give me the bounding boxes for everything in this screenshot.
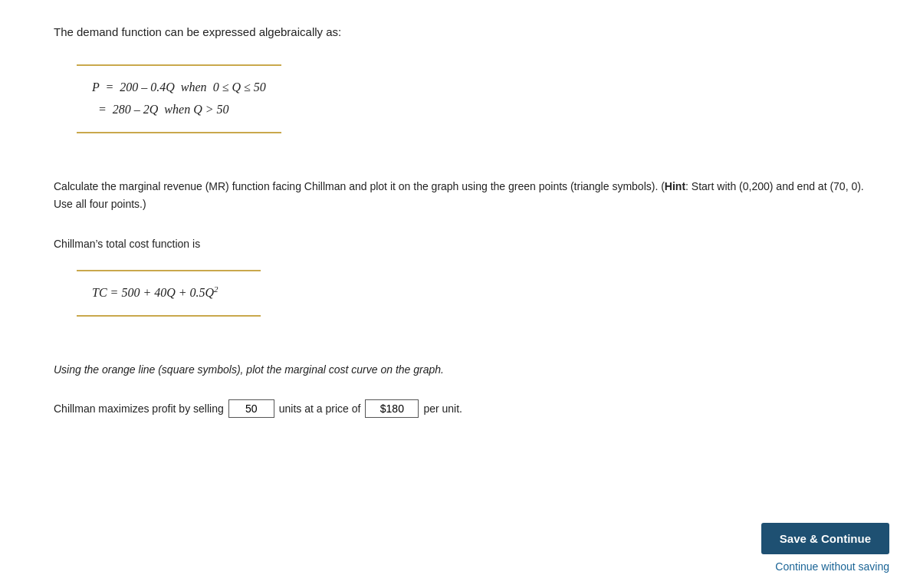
demand-formula-box: P = 200 – 0.4Q when 0 ≤ Q ≤ 50 = 280 – 2… xyxy=(77,64,281,133)
save-continue-button[interactable]: Save & Continue xyxy=(761,523,889,554)
profit-prefix: Chillman maximizes profit by selling xyxy=(54,400,224,417)
demand-formula-line1-text: P = 200 – 0.4Q when 0 ≤ Q ≤ 50 xyxy=(92,80,266,94)
demand-formula-line1: P = 200 – 0.4Q when 0 ≤ Q ≤ 50 xyxy=(92,77,266,99)
continue-without-saving-button[interactable]: Continue without saving xyxy=(775,560,889,573)
intro-text: The demand function can be expressed alg… xyxy=(54,23,866,41)
mc-instruction: Using the orange line (square symbols), … xyxy=(54,361,866,378)
tc-label: Chillman’s total cost function is xyxy=(54,235,866,252)
price-input[interactable] xyxy=(365,399,419,418)
tc-formula-text: TC = 500 + 40Q + 0.5Q2 xyxy=(92,286,219,299)
hint-label: Hint xyxy=(665,180,685,192)
mr-instruction-text: Calculate the marginal revenue (MR) func… xyxy=(54,180,864,211)
tc-formula-line: TC = 500 + 40Q + 0.5Q2 xyxy=(92,282,245,304)
page-container: The demand function can be expressed alg… xyxy=(38,0,882,588)
demand-formula-line2-text: = 280 – 2Q when Q > 50 xyxy=(92,103,228,116)
bottom-actions: Save & Continue Continue without saving xyxy=(0,511,920,588)
demand-formula-line2: = 280 – 2Q when Q > 50 xyxy=(92,99,266,121)
profit-suffix: per unit. xyxy=(423,400,462,417)
profit-row: Chillman maximizes profit by selling uni… xyxy=(54,399,866,418)
mr-instruction: Calculate the marginal revenue (MR) func… xyxy=(54,178,866,215)
profit-middle: units at a price of xyxy=(279,400,361,417)
mc-instruction-text: Using the orange line (square symbols), … xyxy=(54,363,444,376)
tc-formula-box: TC = 500 + 40Q + 0.5Q2 xyxy=(77,270,261,317)
units-input[interactable] xyxy=(228,399,274,418)
